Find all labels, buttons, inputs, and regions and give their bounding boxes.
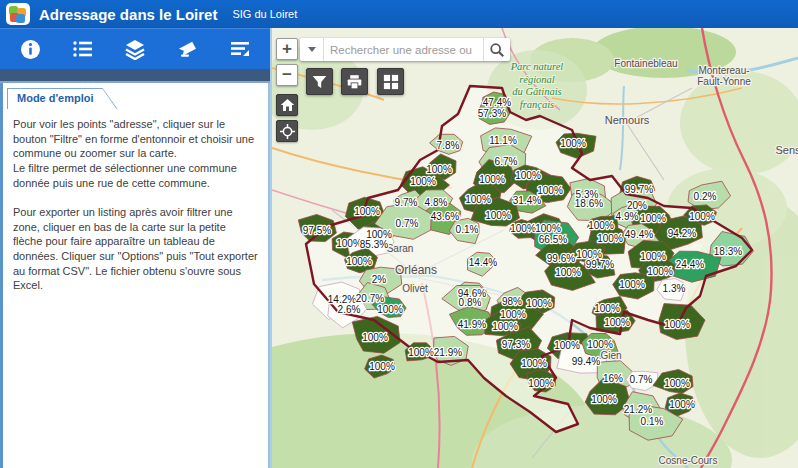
details-list-button[interactable] (223, 33, 257, 65)
percent-label: 0.1% (641, 416, 664, 427)
left-column: Mode d'emploi Pour voir les points "adre… (0, 28, 270, 468)
park-label-line: Parc naturel (510, 61, 564, 72)
percent-label: 21.9% (434, 347, 462, 358)
filter-button[interactable] (306, 68, 333, 95)
park-label-line: régional (519, 74, 555, 85)
percent-label: 47.4% (483, 97, 511, 108)
city-label: Cosne-Cours (659, 455, 718, 466)
bookmark-icon (177, 39, 198, 59)
percent-label: 100% (369, 361, 395, 372)
percent-label: 4.9% (616, 211, 639, 222)
legend-button[interactable] (66, 33, 100, 65)
search-bar (300, 38, 510, 61)
percent-label: 6.7% (495, 156, 518, 167)
percent-label: 100% (510, 223, 536, 234)
percent-label: 20.7% (356, 293, 384, 304)
percent-label: 100% (426, 164, 452, 175)
percent-label: 100% (587, 339, 613, 350)
locate-button[interactable] (276, 120, 298, 142)
zoom-in-button[interactable]: + (276, 38, 298, 60)
percent-label: 100% (485, 210, 511, 221)
percent-label: 100% (408, 347, 434, 358)
layers-button[interactable] (118, 33, 152, 65)
percent-label: 31.4% (513, 195, 541, 206)
percent-label: 100% (576, 249, 602, 260)
search-input[interactable] (324, 38, 483, 61)
percent-label: 100% (362, 332, 388, 343)
percent-label: 100% (669, 399, 695, 410)
home-button[interactable] (276, 94, 298, 116)
legend-list-icon (72, 39, 94, 59)
percent-label: 11.1% (489, 135, 517, 146)
tab-label: Mode d'emploi (17, 92, 94, 104)
city-label: Sens (775, 144, 798, 156)
percent-label: 100% (664, 319, 690, 330)
percent-label: 100% (664, 378, 690, 389)
percent-label: 100% (526, 298, 552, 309)
tab-mode-demploi[interactable]: Mode d'emploi (7, 88, 118, 109)
toolbar (0, 28, 270, 69)
percent-label: 100% (336, 238, 362, 249)
city-label: Gien (600, 350, 621, 361)
percent-label: 14.4% (469, 257, 497, 268)
percent-label: 100% (500, 309, 526, 320)
info-panel: Mode d'emploi Pour voir les points "adre… (0, 83, 270, 468)
basemap-gallery-button[interactable] (377, 68, 404, 95)
app-header: Adressage dans le Loiret SIG du Loiret (0, 0, 798, 28)
percent-label: 100% (594, 303, 620, 314)
sig-du-loiret-link[interactable]: SIG du Loiret (232, 8, 297, 20)
percent-label: 100% (535, 223, 561, 234)
panel-body: Pour voir les points "adresse", cliquer … (3, 109, 268, 293)
percent-label: 100% (554, 340, 580, 351)
print-button[interactable] (341, 68, 368, 95)
percent-label: 100% (591, 394, 617, 405)
percent-label: 2% (372, 274, 387, 285)
grid-icon (383, 74, 399, 90)
percent-label: 66.5% (539, 234, 567, 245)
percent-label: 100% (528, 378, 554, 389)
chevron-down-icon (308, 47, 316, 52)
home-icon (280, 98, 295, 112)
percent-label: 100% (492, 321, 518, 332)
percent-label: 18.6% (575, 198, 603, 209)
search-button[interactable] (483, 38, 510, 61)
percent-label: 100% (465, 194, 491, 205)
search-dropdown-toggle[interactable] (300, 38, 324, 61)
info-icon (20, 39, 41, 60)
search-icon (489, 42, 505, 58)
percent-label: 16% (603, 373, 623, 384)
city-label: Nemours (605, 114, 650, 126)
percent-label: 1.3% (663, 283, 686, 294)
percent-label: 0.7% (396, 218, 419, 229)
percent-label: 100% (555, 267, 581, 278)
percent-label: 57.3% (478, 108, 506, 119)
percent-label: 98% (502, 296, 522, 307)
instructions-paragraph: Pour exporter un listing après avoir fil… (13, 205, 258, 293)
filter-funnel-icon (311, 74, 328, 90)
percent-label: 99.7% (586, 259, 614, 270)
percent-label: 49.4% (625, 229, 653, 240)
percent-label: 100% (647, 266, 673, 277)
zoom-out-button[interactable]: − (276, 64, 298, 86)
percent-label: 41.9% (458, 319, 486, 330)
percent-label: 100% (588, 220, 614, 231)
app-title: Adressage dans le Loiret (39, 6, 217, 23)
map-canvas[interactable]: SaranOrléansOlivetNemoursSensGienMontere… (270, 28, 798, 468)
percent-label: 100% (640, 251, 666, 262)
city-label: Fault-Yonne (697, 76, 751, 87)
percent-label: 0.7% (630, 374, 653, 385)
percent-label: 100% (521, 358, 547, 369)
percent-label: 0.8% (459, 297, 482, 308)
bookmark-button[interactable] (170, 33, 204, 65)
percent-label: 100% (410, 176, 436, 187)
percent-label: 18.3% (714, 246, 742, 257)
park-label-line: du Gâtinais (512, 86, 561, 97)
city-label: Orléans (395, 263, 437, 277)
percent-label: 100% (479, 174, 505, 185)
info-button[interactable] (13, 33, 47, 65)
instructions-paragraph: Le filtre permet de sélectionner une com… (13, 161, 258, 190)
percent-label: 97.3% (502, 339, 530, 350)
layers-icon (124, 39, 146, 60)
percent-label: 100% (560, 138, 586, 149)
percent-label: 100% (689, 211, 715, 222)
